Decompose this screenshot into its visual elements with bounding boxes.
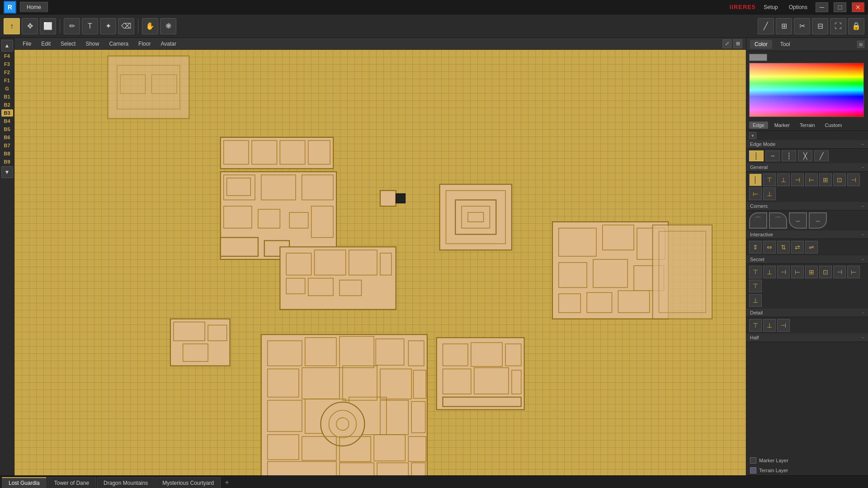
text-tool[interactable]: T xyxy=(82,18,98,34)
panel-tab-tool[interactable]: Tool xyxy=(776,40,795,49)
edge-tab-terrain[interactable]: Terrain xyxy=(796,122,819,129)
int-tool-5[interactable]: ⇌ xyxy=(805,241,818,253)
menu-settings-icon[interactable]: ⊞ xyxy=(733,39,742,48)
edge-tab-custom[interactable]: Custom xyxy=(821,122,846,129)
menu-floor[interactable]: Floor xyxy=(134,40,155,48)
lock-tool[interactable]: 🔒 xyxy=(848,18,864,34)
sec-tool-1[interactable]: ⊤ xyxy=(749,266,762,278)
tab-dragon-mountains[interactable]: Dragon Mountains xyxy=(97,477,155,488)
edge-mode-dash1[interactable]: ╌ xyxy=(765,150,780,161)
det-tool-2[interactable]: ⊥ xyxy=(763,319,776,332)
stamp-tool[interactable]: ✦ xyxy=(100,18,116,34)
floor-b4[interactable]: B4 xyxy=(1,117,13,125)
color-preview-swatch[interactable] xyxy=(749,54,767,61)
gen-tool-1[interactable]: │ xyxy=(749,174,762,186)
floor-up-button[interactable]: ▲ xyxy=(1,40,13,52)
floor-f2[interactable]: F2 xyxy=(1,69,13,76)
corner-tr[interactable]: ⌒ xyxy=(769,212,787,229)
floor-b6[interactable]: B6 xyxy=(1,134,13,141)
color-gradient-picker[interactable] xyxy=(749,63,864,117)
det-tool-3[interactable]: ⊣ xyxy=(777,319,790,332)
edge-mode-cross[interactable]: ╳ xyxy=(798,150,812,161)
floor-down-button[interactable]: ▼ xyxy=(1,166,13,178)
gen-tool-8[interactable]: ⊣ xyxy=(847,174,860,186)
floor-b3[interactable]: B3 xyxy=(1,109,13,117)
cursor-tool[interactable]: ↑ xyxy=(4,18,20,34)
home-tab[interactable]: Home xyxy=(20,2,48,12)
maximize-button[interactable]: □ xyxy=(834,2,846,12)
tab-mysterious-courtyard[interactable]: Mysterious Courtyard xyxy=(156,477,221,488)
select-rect-tool[interactable]: ⬜ xyxy=(40,18,56,34)
marker-layer-checkbox[interactable] xyxy=(750,457,756,464)
section-general-expand[interactable]: − xyxy=(862,165,864,170)
sec-tool-9[interactable]: ⊤ xyxy=(749,280,762,292)
section-secret-expand[interactable]: − xyxy=(862,257,864,262)
sec-tool-7[interactable]: ⊣ xyxy=(833,266,846,278)
int-tool-2[interactable]: ⇔ xyxy=(763,241,776,253)
tab-tower-of-dane[interactable]: Tower of Dane xyxy=(47,477,96,488)
menu-select[interactable]: Select xyxy=(56,40,80,48)
sec-tool-2[interactable]: ⊥ xyxy=(763,266,776,278)
floor-f1[interactable]: F1 xyxy=(1,77,13,84)
section-half-expand[interactable]: − xyxy=(862,335,864,340)
panel-expand-button[interactable]: ⊞ xyxy=(857,41,864,48)
line-tool[interactable]: ╱ xyxy=(758,18,774,34)
floor-b2[interactable]: B2 xyxy=(1,101,13,108)
floor-f3[interactable]: F3 xyxy=(1,61,13,68)
edge-mode-dash2[interactable]: ┆ xyxy=(782,150,796,161)
sec-tool-6[interactable]: ⊡ xyxy=(819,266,832,278)
filter-icon[interactable]: ▼ xyxy=(749,132,756,139)
pencil-tool[interactable]: ✏ xyxy=(64,18,80,34)
cut-tool[interactable]: ✂ xyxy=(794,18,810,34)
section-detail-expand[interactable]: − xyxy=(862,310,864,315)
pan-tool[interactable]: ✥ xyxy=(22,18,38,34)
gen-tool-4[interactable]: ⊣ xyxy=(791,174,804,186)
close-button[interactable]: ✕ xyxy=(852,2,864,12)
edge-mode-solid[interactable]: │ xyxy=(749,150,764,161)
gen-tool-3[interactable]: ⊥ xyxy=(777,174,790,186)
gen-tool-2[interactable]: ⊤ xyxy=(763,174,776,186)
edge-tab-edge[interactable]: Edge xyxy=(749,122,768,129)
edge-mode-diag[interactable]: ╱ xyxy=(814,150,829,161)
gen-tool-6[interactable]: ⊞ xyxy=(819,174,832,186)
hand-tool[interactable]: ✋ xyxy=(142,18,158,34)
panel-tab-color[interactable]: Color xyxy=(750,40,772,49)
menu-avatar[interactable]: Avatar xyxy=(156,40,180,48)
section-interactive-expand[interactable]: − xyxy=(862,232,864,237)
int-tool-1[interactable]: ⇕ xyxy=(749,241,762,253)
options-button[interactable]: Options xyxy=(786,4,810,10)
corner-br[interactable]: ⌣ xyxy=(809,212,827,229)
floor-f4[interactable]: F4 xyxy=(1,52,13,60)
floor-b9[interactable]: B9 xyxy=(1,158,13,165)
gen-tool-5[interactable]: ⊢ xyxy=(805,174,818,186)
map-canvas[interactable]: .room-fill { fill: #deb887; stroke: #8B6… xyxy=(14,50,746,475)
menu-expand-icon[interactable]: ⤢ xyxy=(722,39,731,48)
floor-b8[interactable]: B8 xyxy=(1,150,13,157)
gen-tool-10[interactable]: ⊥ xyxy=(763,188,776,200)
section-edge-mode-expand[interactable]: − xyxy=(862,142,864,147)
int-tool-3[interactable]: ⇅ xyxy=(777,241,790,253)
corner-tl[interactable]: ⌒ xyxy=(749,212,767,229)
sec-tool-3[interactable]: ⊣ xyxy=(777,266,790,278)
gen-tool-9[interactable]: ⊢ xyxy=(749,188,762,200)
minimize-button[interactable]: ─ xyxy=(816,2,828,12)
special-tool[interactable]: ❋ xyxy=(160,18,176,34)
sec-tool-8[interactable]: ⊢ xyxy=(847,266,860,278)
corner-bl[interactable]: ⌣ xyxy=(789,212,807,229)
edge-tab-marker[interactable]: Marker xyxy=(771,122,793,129)
int-tool-4[interactable]: ⇄ xyxy=(791,241,804,253)
floor-b5[interactable]: B5 xyxy=(1,126,13,133)
floor-b1[interactable]: B1 xyxy=(1,93,13,100)
sec-tool-10[interactable]: ⊥ xyxy=(749,294,762,307)
menu-show[interactable]: Show xyxy=(81,40,104,48)
sec-tool-5[interactable]: ⊞ xyxy=(805,266,818,278)
det-tool-1[interactable]: ⊤ xyxy=(749,319,762,332)
menu-edit[interactable]: Edit xyxy=(37,40,55,48)
menu-camera[interactable]: Camera xyxy=(104,40,133,48)
gen-tool-7[interactable]: ⊡ xyxy=(833,174,846,186)
tab-lost-guardia[interactable]: Lost Guardia xyxy=(2,477,47,488)
setup-button[interactable]: Setup xyxy=(761,4,780,10)
floor-b7[interactable]: B7 xyxy=(1,142,13,149)
menu-file[interactable]: File xyxy=(18,40,36,48)
sec-tool-4[interactable]: ⊢ xyxy=(791,266,804,278)
